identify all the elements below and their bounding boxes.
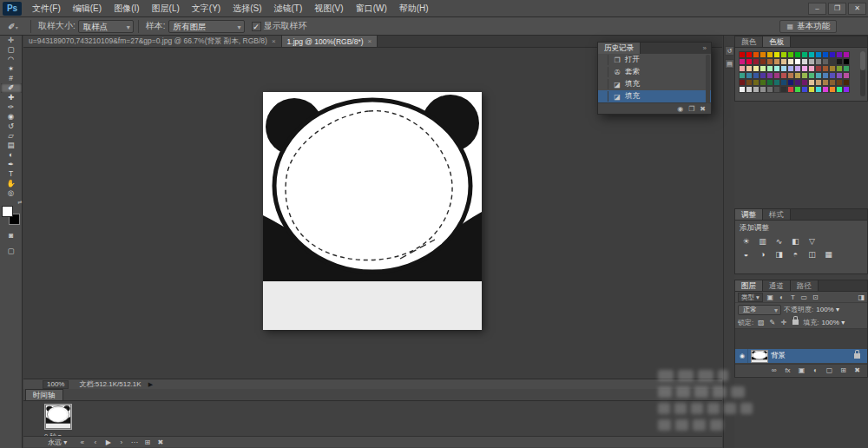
color-swatch[interactable] <box>746 58 753 65</box>
color-swatch[interactable] <box>801 58 808 65</box>
lock-transparency-icon[interactable]: ▨ <box>756 319 766 326</box>
menu-view[interactable]: 视图(V) <box>308 0 349 16</box>
menu-file[interactable]: 文件(F) <box>26 0 67 16</box>
filter-adjustment-layers-icon[interactable]: ◐ <box>777 293 786 301</box>
zoom-level-field[interactable]: 100% <box>43 380 69 389</box>
history-scrollbar[interactable] <box>706 55 710 103</box>
color-swatch[interactable] <box>773 79 780 86</box>
color-swatch[interactable] <box>746 86 753 93</box>
color-swatch[interactable] <box>829 79 836 86</box>
new-layer-icon[interactable]: ⊞ <box>838 366 848 374</box>
color-swatch[interactable] <box>780 86 787 93</box>
color-swatch[interactable] <box>843 65 850 72</box>
color-swatch[interactable] <box>794 58 801 65</box>
magic-wand-tool[interactable]: ✶ <box>1 64 22 74</box>
history-panel-tab[interactable]: 历史记录 <box>598 43 641 54</box>
minimize-button[interactable]: – <box>808 3 826 15</box>
color-swatch[interactable] <box>780 79 787 86</box>
color-swatch[interactable] <box>829 86 836 93</box>
opacity-value-dropdown[interactable]: 100% ▾ <box>816 306 839 313</box>
color-swatch[interactable] <box>766 51 773 58</box>
color-swatch[interactable] <box>766 65 773 72</box>
menu-select[interactable]: 选择(S) <box>227 0 267 16</box>
color-swatch[interactable] <box>815 79 822 86</box>
color-swatch[interactable] <box>822 65 829 72</box>
menu-help[interactable]: 帮助(H) <box>393 0 435 16</box>
history-state-2[interactable]: ✇套索 <box>598 66 711 78</box>
photo-filter-icon[interactable]: ◓ <box>787 249 804 260</box>
history-brush-source-box[interactable] <box>600 55 608 65</box>
loop-count-dropdown[interactable]: 永远 ▾ <box>48 438 67 447</box>
brush-tool[interactable]: ✑ <box>1 102 22 112</box>
current-tool-icon[interactable]: ✐▾ <box>0 22 26 31</box>
tab-layers[interactable]: 图层 <box>735 280 763 291</box>
color-balance-icon[interactable]: ◑ <box>754 249 771 260</box>
tab-adjustments[interactable]: 调整 <box>735 209 763 220</box>
color-swatch[interactable] <box>766 86 773 93</box>
color-swatch[interactable] <box>815 72 822 79</box>
eyedropper-tool[interactable]: ✐ <box>1 83 22 93</box>
first-frame-button[interactable]: « <box>76 438 89 446</box>
lock-all-icon[interactable] <box>792 320 799 325</box>
color-swatch[interactable] <box>787 72 794 79</box>
color-swatch[interactable] <box>773 51 780 58</box>
layer-row-background[interactable]: ◉ 背景 <box>735 349 867 363</box>
close-tab-icon[interactable]: × <box>368 37 372 45</box>
hand-tool[interactable]: ✋ <box>1 179 22 188</box>
dodge-tool[interactable]: ◐ <box>1 150 22 160</box>
layer-style-icon[interactable]: fx <box>783 366 792 374</box>
color-swatch[interactable] <box>773 72 780 79</box>
color-swatch[interactable] <box>794 86 801 93</box>
black-white-icon[interactable]: ◨ <box>771 249 787 260</box>
tab-color[interactable]: 颜色 <box>735 36 763 47</box>
pen-tool[interactable]: ✒ <box>1 160 22 169</box>
history-state-4[interactable]: ◪填充 <box>598 90 711 102</box>
sample-size-dropdown[interactable]: 取样点 <box>78 20 134 33</box>
document-tab-2[interactable]: 1.jpg @ 100%(RGB/8*)× <box>282 36 378 47</box>
color-swatch[interactable] <box>787 86 794 93</box>
color-swatch[interactable] <box>739 72 746 79</box>
rectangular-marquee-tool[interactable]: ▢ <box>1 45 22 55</box>
color-swatch[interactable] <box>815 58 822 65</box>
filter-smart-objects-icon[interactable]: ⊡ <box>811 293 820 301</box>
color-swatch[interactable] <box>760 65 766 72</box>
filter-pixel-layers-icon[interactable]: ▣ <box>766 293 775 301</box>
delete-state-icon[interactable]: ✖ <box>700 105 706 113</box>
channel-mixer-icon[interactable]: ◫ <box>804 249 820 260</box>
color-swatch[interactable] <box>794 51 801 58</box>
curves-icon[interactable]: ∿ <box>771 236 787 247</box>
color-swatch[interactable] <box>829 51 836 58</box>
collapsed-panel-properties-icon[interactable]: ▤ <box>725 59 734 69</box>
layer-filter-dropdown[interactable]: 类型 ▾ <box>738 293 763 302</box>
color-swatch[interactable] <box>760 72 766 79</box>
duplicate-frame-button[interactable]: ⊞ <box>141 438 154 446</box>
scrollbar-thumb[interactable] <box>860 51 865 70</box>
tab-paths[interactable]: 路径 <box>791 280 819 291</box>
move-tool[interactable]: ✛ <box>1 36 22 45</box>
color-swatch[interactable] <box>843 72 850 79</box>
tab-styles[interactable]: 样式 <box>763 209 791 220</box>
color-swatch[interactable] <box>780 58 787 65</box>
restore-button[interactable]: ❐ <box>828 3 846 15</box>
delete-layer-icon[interactable]: ✖ <box>852 366 862 374</box>
menu-type[interactable]: 文字(Y) <box>186 0 227 16</box>
color-swatch[interactable] <box>808 65 815 72</box>
color-swatch[interactable] <box>836 65 843 72</box>
delete-frame-button[interactable]: ✖ <box>154 438 167 446</box>
menu-edit[interactable]: 编辑(E) <box>67 0 108 16</box>
color-swatch[interactable] <box>822 58 829 65</box>
adjustment-layer-icon[interactable]: ◐ <box>811 366 820 374</box>
hue-saturation-icon[interactable]: ◒ <box>738 249 754 260</box>
color-swatch[interactable] <box>815 51 822 58</box>
type-tool[interactable]: T <box>1 169 22 179</box>
color-swatch[interactable] <box>753 79 760 86</box>
color-swatch[interactable] <box>822 86 829 93</box>
timeline-tab[interactable]: 时间轴 <box>25 389 63 400</box>
history-brush-source-box[interactable] <box>600 67 608 77</box>
layer-visibility-icon[interactable]: ◉ <box>737 349 748 363</box>
add-mask-icon[interactable]: ▣ <box>797 366 806 374</box>
color-swatch[interactable] <box>760 51 766 58</box>
previous-frame-button[interactable]: ‹ <box>89 438 102 446</box>
history-state-1[interactable]: ❐打开 <box>598 54 711 66</box>
animation-frame-1[interactable] <box>44 404 72 430</box>
